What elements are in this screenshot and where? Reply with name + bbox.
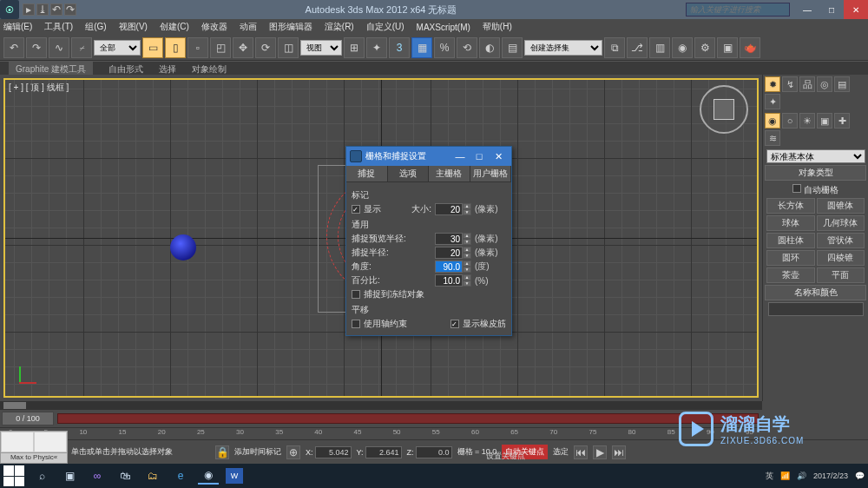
- coord-z-input[interactable]: [416, 446, 452, 458]
- render-frame-button[interactable]: ▣: [717, 37, 738, 58]
- select-by-name-button[interactable]: ▯: [165, 37, 186, 58]
- select-scale-button[interactable]: ◫: [278, 37, 299, 58]
- btn-teapot[interactable]: 茶壶: [766, 267, 815, 283]
- qa-redo-icon[interactable]: ↷: [64, 3, 76, 16]
- snap-frozen-checkbox[interactable]: [352, 290, 360, 299]
- size-spinner[interactable]: [435, 203, 463, 215]
- horizontal-scrollbar[interactable]: [0, 401, 762, 410]
- prev-frame-icon[interactable]: ⏮: [574, 445, 588, 459]
- select-object-button[interactable]: ▭: [142, 37, 163, 58]
- link-icon[interactable]: ∿: [49, 37, 69, 58]
- menu-view[interactable]: 视图(V): [119, 21, 148, 33]
- menu-create[interactable]: 创建(C): [160, 21, 189, 33]
- time-slider[interactable]: 0 / 100: [2, 412, 54, 425]
- dialog-minimize-button[interactable]: —: [450, 151, 470, 162]
- render-preview-panel[interactable]: Max to Physic«: [0, 431, 68, 464]
- taskbar-store-icon[interactable]: 🛍: [115, 467, 135, 485]
- undo-icon[interactable]: ↶: [3, 37, 24, 58]
- ribbon-tab-objectpaint[interactable]: 对象绘制: [192, 63, 227, 76]
- show-rubberband-checkbox[interactable]: [450, 320, 459, 328]
- viewport-label[interactable]: [ + ] [ 顶 ] 线框 ]: [9, 82, 69, 94]
- tab-options[interactable]: 选项: [388, 166, 430, 181]
- scene-object-sphere[interactable]: [170, 234, 196, 260]
- display-tab-icon[interactable]: ▤: [834, 76, 850, 92]
- schematic-button[interactable]: ▥: [649, 37, 670, 58]
- use-axis-checkbox[interactable]: [352, 320, 360, 328]
- menu-edit[interactable]: 编辑(E): [3, 21, 32, 33]
- menu-render[interactable]: 渲染(R): [325, 21, 354, 33]
- taskbar-3dsmax-icon[interactable]: ◉: [198, 467, 219, 485]
- tab-homegrid[interactable]: 主栅格: [429, 166, 470, 181]
- object-name-input[interactable]: [768, 302, 864, 316]
- play-icon[interactable]: ▶: [593, 445, 607, 459]
- snap-radius-spinner[interactable]: [435, 247, 463, 259]
- close-button[interactable]: ✕: [844, 0, 868, 19]
- taskbar-search-icon[interactable]: ⌕: [31, 467, 52, 485]
- rollout-object-type[interactable]: 对象类型: [765, 165, 866, 181]
- dialog-close-button[interactable]: ✕: [489, 151, 508, 162]
- taskbar-word-icon[interactable]: W: [226, 468, 243, 484]
- taskbar-explorer-icon[interactable]: 🗂: [142, 467, 163, 485]
- btn-torus[interactable]: 圆环: [766, 250, 815, 266]
- show-mark-checkbox[interactable]: [352, 205, 360, 214]
- rollout-name-color[interactable]: 名称和颜色: [765, 285, 866, 300]
- ribbon-tab-selection[interactable]: 选择: [159, 63, 176, 76]
- named-selset-dropdown[interactable]: 创建选择集: [524, 40, 602, 56]
- tray-ime-icon[interactable]: 英: [766, 471, 773, 482]
- manipulate-button[interactable]: ✦: [366, 37, 387, 58]
- utilities-tab-icon[interactable]: ✦: [765, 94, 780, 109]
- qa-save-icon[interactable]: ⤓: [36, 3, 49, 16]
- curve-editor-button[interactable]: ⎇: [627, 37, 648, 58]
- unlink-icon[interactable]: ⌿: [71, 37, 92, 58]
- qa-undo-icon[interactable]: ↶: [50, 3, 62, 16]
- menu-customize[interactable]: 自定义(U): [366, 21, 404, 33]
- tray-volume-icon[interactable]: 🔊: [797, 472, 806, 480]
- geometry-cat-icon[interactable]: ◉: [765, 113, 780, 129]
- tray-date[interactable]: 2017/2/23: [813, 472, 848, 480]
- dialog-maximize-button[interactable]: □: [470, 151, 489, 162]
- start-button[interactable]: [3, 465, 24, 486]
- render-setup-button[interactable]: ⚙: [694, 37, 715, 58]
- menu-tools[interactable]: 工具(T): [44, 21, 73, 33]
- btn-tube[interactable]: 管状体: [817, 233, 865, 248]
- menu-animation[interactable]: 动画: [240, 21, 257, 33]
- angle-snap-button[interactable]: ▦: [411, 37, 432, 58]
- dialog-titlebar[interactable]: 栅格和捕捉设置 — □ ✕: [346, 147, 511, 166]
- percent-spinner[interactable]: [435, 274, 463, 287]
- maximize-button[interactable]: □: [819, 0, 844, 19]
- taskbar-taskview-icon[interactable]: ▣: [59, 467, 80, 485]
- select-rotate-button[interactable]: ⟳: [255, 37, 276, 58]
- setkey-label[interactable]: 设置关键点: [486, 451, 525, 462]
- viewcube[interactable]: [700, 85, 748, 134]
- menu-modifiers[interactable]: 修改器: [201, 21, 227, 33]
- selection-filter-dropdown[interactable]: 全部: [94, 40, 141, 56]
- material-editor-button[interactable]: ◉: [672, 37, 693, 58]
- btn-plane[interactable]: 平面: [817, 267, 865, 283]
- tray-notifications-icon[interactable]: 💬: [855, 472, 865, 480]
- help-search-input[interactable]: [686, 3, 790, 16]
- coord-y-input[interactable]: [365, 446, 402, 458]
- btn-sphere[interactable]: 球体: [766, 215, 815, 231]
- ribbon-tab-freeform[interactable]: 自由形式: [108, 63, 143, 76]
- coord-mode-icon[interactable]: ⊕: [286, 445, 300, 459]
- window-crossing-button[interactable]: ◰: [210, 37, 231, 58]
- qa-open-icon[interactable]: ▸: [23, 3, 35, 16]
- btn-cone[interactable]: 圆锥体: [817, 198, 865, 214]
- time-track[interactable]: [57, 413, 759, 424]
- coord-x-input[interactable]: [315, 446, 352, 458]
- snap-toggle-button[interactable]: 3: [389, 37, 410, 58]
- btn-cylinder[interactable]: 圆柱体: [766, 233, 815, 248]
- pivot-center-button[interactable]: ⊞: [344, 37, 365, 58]
- add-time-tag-button[interactable]: 添加时间标记: [234, 446, 281, 458]
- menu-group[interactable]: 组(G): [85, 21, 106, 33]
- redo-icon[interactable]: ↷: [26, 37, 47, 58]
- angle-spinner[interactable]: [435, 260, 463, 273]
- menu-grapheditors[interactable]: 图形编辑器: [269, 21, 312, 33]
- taskbar-edge-icon[interactable]: e: [170, 467, 191, 485]
- hierarchy-tab-icon[interactable]: 品: [799, 76, 815, 92]
- taskbar-vs-icon[interactable]: ∞: [87, 467, 108, 485]
- minimize-button[interactable]: —: [795, 0, 819, 19]
- helpers-cat-icon[interactable]: ✚: [834, 113, 850, 129]
- percent-snap-button[interactable]: %: [434, 37, 455, 58]
- motion-tab-icon[interactable]: ◎: [817, 76, 832, 92]
